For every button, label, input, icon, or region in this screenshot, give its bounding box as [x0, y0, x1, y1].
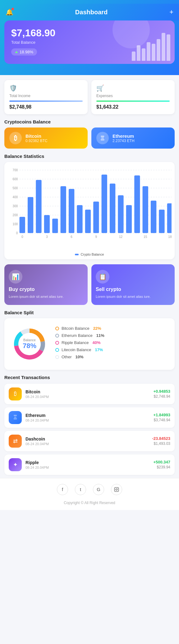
crypto-icon-eth: Ξ — [96, 132, 109, 144]
legend-label: Etherum Balance — [62, 333, 93, 338]
transactions-list: ₿ Bitcoin 08-24 20.04PM +0.94853 $2,748.… — [4, 384, 175, 475]
legend-item: Other 10% — [55, 355, 170, 359]
twitter-icon[interactable]: t — [75, 484, 86, 495]
split-inner: Balance 78% Bitcoin Balance 22% Etherum … — [9, 324, 170, 364]
tx-value: $3,748.94 — [153, 418, 170, 422]
facebook-icon[interactable]: f — [57, 484, 68, 495]
crypto-section-label: Cryptocoins Balance — [4, 119, 175, 124]
crypto-icon-btc: ₿ — [9, 132, 22, 144]
svg-point-45 — [117, 488, 118, 488]
svg-text:3: 3 — [46, 235, 48, 239]
action-cards-container: 📊 Buy crypto Lorem ipsum dolr sit amet a… — [4, 264, 175, 305]
legend-dot-icon — [55, 348, 59, 352]
tx-value: $239.94 — [153, 465, 170, 469]
transaction-item[interactable]: Ξ Ethereum 08-24 20.04PM +1.84993 $3,748… — [4, 407, 175, 428]
instagram-icon[interactable] — [111, 484, 122, 495]
svg-text:400: 400 — [13, 195, 18, 199]
legend-dot-icon — [55, 327, 59, 330]
mini-bar — [147, 42, 150, 61]
tx-info: Ripple 08-24 20.04PM — [25, 460, 153, 469]
add-button[interactable]: + — [169, 8, 173, 16]
legend-dot-icon — [55, 341, 59, 345]
action-card-sell[interactable]: 📋 Sell crypto Lorem ipsum dolr sit amet … — [91, 264, 175, 305]
crypto-card-btc[interactable]: ₿ Bitcoin 0.92382 BTC — [4, 127, 88, 149]
svg-text:6: 6 — [71, 235, 72, 239]
transactions-section: Recent Transactions ₿ Bitcoin 08-24 20.0… — [4, 375, 175, 475]
legend-item: Litecoin Balance 17% — [55, 347, 170, 352]
transaction-item[interactable]: ✦ Ripple 08-24 20.04PM +500.347 $239.94 — [4, 454, 175, 475]
svg-text:18: 18 — [168, 235, 172, 239]
up-arrow-icon — [15, 51, 18, 53]
svg-text:200: 200 — [13, 213, 18, 217]
expenses-bar — [96, 101, 170, 102]
balance-split-label: Balance Split — [4, 310, 175, 315]
svg-text:0: 0 — [16, 231, 18, 235]
legend-dot-icon — [55, 334, 59, 338]
tx-amounts: +1.84993 $3,748.94 — [153, 413, 170, 422]
legend-pct: 22% — [93, 326, 101, 331]
tx-info: Dashcoin 08-24 20.04PM — [25, 436, 152, 446]
tx-value: $1,493.03 — [152, 441, 170, 446]
income-card: 🛡️ Total Income $2,748,98 — [4, 80, 88, 114]
crypto-card-eth[interactable]: Ξ Ethereum 2.23743 ETH — [91, 127, 175, 149]
tx-name: Dashcoin — [25, 436, 152, 441]
transaction-item[interactable]: ⇄ Dashcoin 08-24 20.04PM -23.84523 $1,49… — [4, 431, 175, 451]
legend-pct: 40% — [92, 340, 100, 345]
expenses-value: $1,643.22 — [96, 104, 170, 110]
svg-rect-32 — [118, 195, 123, 233]
svg-rect-16 — [20, 217, 25, 233]
action-title-sell: Sell crypto — [96, 287, 170, 292]
action-title-buy: Buy crypto — [9, 287, 83, 292]
svg-text:500: 500 — [13, 186, 18, 190]
tx-amounts: -23.84523 $1,493.03 — [152, 436, 170, 446]
svg-rect-24 — [69, 189, 74, 233]
donut-label-pct: 78% — [23, 342, 36, 350]
svg-rect-40 — [167, 203, 172, 233]
tx-date: 08-24 20.04PM — [25, 466, 153, 469]
svg-rect-39 — [159, 210, 164, 233]
social-footer: f t G — [0, 478, 179, 498]
tx-icon-dash: ⇄ — [9, 435, 22, 448]
svg-rect-35 — [134, 176, 140, 233]
donut-label-text: Balance — [23, 338, 36, 342]
svg-rect-36 — [143, 186, 148, 233]
mini-bar — [152, 44, 155, 61]
tx-date: 08-24 20.04PM — [25, 395, 153, 399]
svg-rect-26 — [77, 205, 82, 233]
svg-rect-27 — [85, 210, 91, 233]
tx-info: Ethereum 08-24 20.04PM — [25, 413, 153, 422]
notification-bell-icon[interactable]: 🔔 — [6, 8, 13, 16]
chart-legend: Crypto Balance — [7, 253, 172, 256]
legend-square-icon — [75, 254, 79, 255]
svg-text:100: 100 — [13, 222, 18, 226]
action-desc-buy: Lorem ipsum dolr sit amet alias iure. — [9, 294, 83, 299]
mini-bar — [157, 39, 160, 61]
tx-icon-eth: Ξ — [9, 411, 22, 424]
legend-dot-icon — [55, 355, 59, 359]
action-card-buy[interactable]: 📊 Buy crypto Lorem ipsum dolr sit amet a… — [4, 264, 88, 305]
copyright-text: Copyright © All Right Reserved — [0, 498, 179, 510]
google-icon[interactable]: G — [93, 484, 104, 495]
action-icon-sell: 📋 — [96, 270, 109, 284]
mini-bar — [167, 34, 170, 61]
legend-item: Ripple Balance 40% — [55, 340, 170, 345]
svg-text:700: 700 — [13, 168, 18, 172]
tx-value: $2,748.94 — [153, 394, 170, 399]
svg-rect-31 — [110, 184, 115, 233]
crypto-amount-btc: 0.92382 BTC — [25, 139, 48, 143]
crypto-cards-container: ₿ Bitcoin 0.92382 BTC Ξ Ethereum 2.23743… — [4, 127, 175, 149]
legend-label: Other — [62, 355, 72, 359]
svg-point-44 — [116, 489, 117, 490]
income-icon: 🛡️ — [9, 84, 83, 92]
tx-info: Bitcoin 08-24 20.04PM — [25, 389, 153, 399]
tx-name: Bitcoin — [25, 389, 153, 394]
legend-item: Bitcoin Balance 22% — [55, 326, 170, 331]
crypto-name-btc: Bitcoin — [25, 133, 48, 139]
transaction-item[interactable]: ₿ Bitcoin 08-24 20.04PM +0.94853 $2,748.… — [4, 384, 175, 404]
tx-change: -23.84523 — [152, 436, 170, 441]
crypto-name-eth: Ethereum — [112, 133, 135, 139]
svg-rect-23 — [61, 186, 66, 233]
legend-pct: 17% — [95, 347, 103, 352]
svg-text:600: 600 — [13, 177, 18, 181]
notification-dot — [11, 8, 14, 10]
